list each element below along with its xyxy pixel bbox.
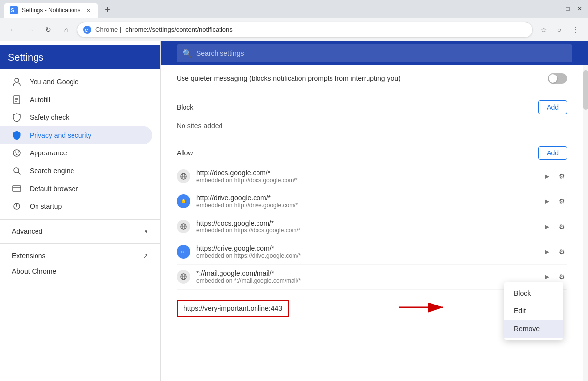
sidebar-item-advanced[interactable]: Advanced ▼ (0, 224, 160, 239)
sidebar-item-you-and-google[interactable]: You and Google (0, 73, 152, 91)
settings-search-header: 🔍 (161, 41, 588, 65)
url-bar[interactable]: C Chrome | chrome://settings/content/not… (77, 22, 533, 38)
puzzle-icon-3[interactable]: ⚙ (557, 246, 567, 258)
content-wrapper: 🔍 Use quieter messaging (blocks notifica… (161, 41, 588, 381)
toolbar-icons: ☆ ○ ⋮ (537, 23, 582, 37)
site-embedded-4: embedded on *://mail.google.com/mail/* (196, 277, 537, 284)
forward-button[interactable]: → (24, 23, 37, 37)
highlighted-url: https://very-important.online:443 (177, 300, 289, 317)
site-info-2: https://docs.google.com/* embedded on ht… (196, 219, 537, 234)
item-arrow-1[interactable]: ▶ (543, 196, 551, 207)
context-menu-edit[interactable]: Edit (504, 302, 563, 320)
site-embedded-1: embedded on http://drive.google.com/* (196, 202, 537, 209)
sidebar-label-privacy-and-security: Privacy and security (30, 131, 91, 139)
search-bar[interactable]: 🔍 (177, 44, 572, 62)
sidebar-item-autofill[interactable]: Autofill (0, 91, 152, 109)
svg-text:S: S (11, 8, 14, 13)
minimize-button[interactable]: – (551, 4, 560, 13)
reload-button[interactable]: ↻ (41, 23, 55, 37)
tab-favicon: S (10, 6, 18, 14)
svg-rect-15 (13, 186, 21, 191)
tab-bar: S Settings - Notifications ✕ + (4, 0, 548, 18)
sidebar: Settings You and Google Autofill (0, 41, 161, 381)
context-menu-block[interactable]: Block (504, 284, 563, 302)
sidebar-item-safety-check[interactable]: Safety check (0, 109, 152, 126)
site-info-4: *://mail.google.com/mail/* embedded on *… (196, 269, 537, 284)
block-section-title: Block (177, 103, 538, 111)
toggle-thumb (549, 74, 557, 83)
assignment-icon (12, 95, 22, 105)
svg-point-10 (15, 152, 16, 153)
back-button[interactable]: ← (6, 23, 20, 37)
content-inner: Use quieter messaging (blocks notificati… (161, 65, 583, 339)
context-menu-remove[interactable]: Remove (504, 320, 563, 338)
site-info-1: http://drive.google.com/* embedded on ht… (196, 194, 537, 209)
item-arrow-3[interactable]: ▶ (543, 246, 551, 257)
shield-blue-icon (12, 130, 22, 140)
about-chrome-label: About Chrome (12, 267, 56, 275)
sidebar-item-appearance[interactable]: Appearance (0, 144, 152, 162)
site-embedded-3: embedded on https://drive.google.com/* (196, 252, 537, 259)
scrollbar-track[interactable] (583, 65, 588, 381)
sidebar-item-on-startup[interactable]: On startup (0, 197, 152, 215)
profile-button[interactable]: ○ (552, 23, 566, 37)
sidebar-item-extensions[interactable]: Extensions ↗ (0, 248, 160, 264)
sidebar-divider (0, 219, 160, 220)
browser-frame: S Settings - Notifications ✕ + – □ ✕ ← →… (0, 0, 588, 381)
allow-item-1: http://drive.google.com/* embedded on ht… (177, 189, 567, 214)
allow-item-4: *://mail.google.com/mail/* embedded on *… (177, 265, 567, 290)
tab-close-button[interactable]: ✕ (84, 6, 92, 14)
content-area: Use quieter messaging (blocks notificati… (161, 65, 588, 381)
red-arrow-indicator (394, 298, 453, 319)
quiet-messaging-toggle[interactable] (548, 73, 567, 84)
site-embedded-2: embedded on https://docs.google.com/* (196, 227, 537, 234)
puzzle-icon-4[interactable]: ⚙ (557, 271, 567, 283)
allow-section-title: Allow (177, 149, 538, 157)
site-name-1: http://drive.google.com/* (196, 194, 537, 202)
sidebar-label-search-engine: Search engine (30, 167, 74, 175)
item-arrow-0[interactable]: ▶ (543, 171, 551, 182)
puzzle-icon-2[interactable]: ⚙ (557, 221, 567, 232)
search-settings-input[interactable] (196, 49, 566, 57)
extensions-label: Extensions (12, 252, 45, 260)
search-icon (12, 166, 22, 176)
settings-header: Settings (0, 45, 160, 69)
puzzle-icon-0[interactable]: ⚙ (557, 170, 567, 182)
palette-icon (12, 148, 22, 158)
home-button[interactable]: ⌂ (59, 23, 73, 37)
sidebar-item-default-browser[interactable]: Default browser (0, 180, 152, 197)
site-icon-2 (177, 220, 190, 233)
sidebar-item-about-chrome[interactable]: About Chrome (0, 264, 160, 279)
allow-add-button[interactable]: Add (538, 146, 567, 160)
item-arrow-2[interactable]: ▶ (543, 221, 551, 232)
sidebar-settings-title: Settings (8, 52, 51, 63)
site-embedded-0: embedded on http://docs.google.com/* (196, 177, 537, 184)
scrollbar-thumb[interactable] (583, 70, 588, 110)
allow-section-header: Allow Add (177, 138, 567, 164)
block-section-header: Block Add (177, 92, 567, 118)
svg-text:C: C (85, 28, 88, 33)
puzzle-icon-1[interactable]: ⚙ (557, 195, 567, 207)
url-prefix: Chrome | (95, 26, 121, 33)
bookmark-button[interactable]: ☆ (537, 23, 551, 37)
tab-title: Settings - Notifications (22, 7, 80, 14)
svg-point-4 (15, 78, 19, 82)
quiet-messaging-row: Use quieter messaging (blocks notificati… (177, 65, 567, 92)
close-button[interactable]: ✕ (575, 4, 584, 13)
menu-button[interactable]: ⋮ (568, 23, 582, 37)
sidebar-label-safety-check: Safety check (30, 114, 69, 121)
advanced-label: Advanced (12, 228, 140, 235)
no-sites-label: No sites added (177, 118, 567, 138)
new-tab-button[interactable]: + (100, 3, 114, 17)
maximize-button[interactable]: □ (563, 4, 572, 13)
site-name-0: http://docs.google.com/* (196, 169, 537, 177)
block-add-button[interactable]: Add (538, 100, 567, 114)
sidebar-divider-2 (0, 243, 160, 244)
window-controls: – □ ✕ (551, 4, 584, 13)
active-tab[interactable]: S Settings - Notifications ✕ (4, 3, 98, 18)
site-info-0: http://docs.google.com/* embedded on htt… (196, 169, 537, 184)
item-arrow-4[interactable]: ▶ (543, 271, 551, 282)
sidebar-item-search-engine[interactable]: Search engine (0, 162, 152, 180)
svg-point-12 (16, 154, 18, 155)
sidebar-item-privacy-and-security[interactable]: Privacy and security (0, 126, 152, 144)
